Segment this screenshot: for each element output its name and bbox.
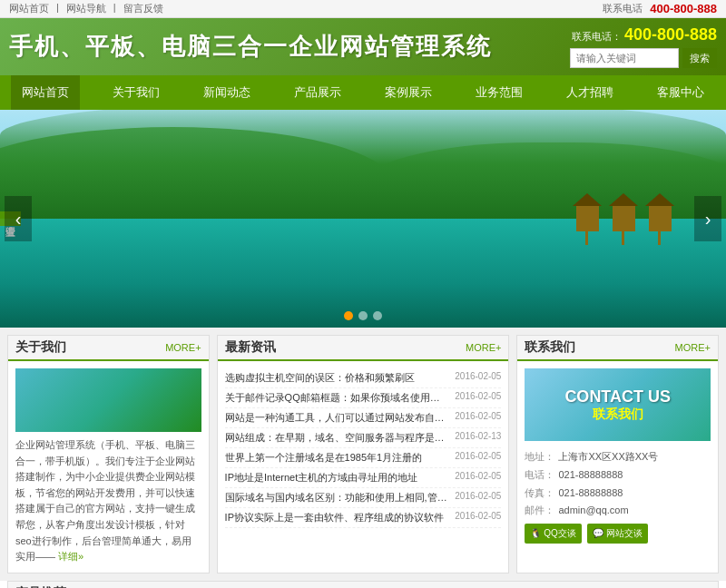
- about-text: 企业网站管理系统（手机、平板、电脑三合一，带手机版）。我们专注于企业网站搭建制作…: [15, 437, 201, 565]
- nav-item-cases[interactable]: 案例展示: [374, 75, 443, 110]
- news-more[interactable]: MORE+: [466, 342, 501, 353]
- banner-dot-3[interactable]: [373, 311, 382, 320]
- site-title: 手机、平板、电脑三合一企业网站管理系统: [9, 31, 492, 63]
- news-item-title-3[interactable]: 网站是一种沟通工具，人们可以通过网站发布自己想要: [225, 411, 450, 425]
- hero-banner: 企业管理 ‹ ›: [0, 110, 726, 328]
- contact-header: 联系我们 MORE+: [517, 336, 718, 361]
- search-row: 搜索: [570, 48, 717, 68]
- contact-address-row: 地址： 上海市XX区XX路XX号: [525, 448, 711, 466]
- contact-icons: 🐧 QQ交谈 💬 网站交谈: [525, 524, 711, 544]
- contact-address: 上海市XX区XX路XX号: [558, 448, 658, 466]
- banner-dots: [344, 311, 382, 320]
- hut-2: [613, 204, 635, 231]
- contact-fax: 021-88888888: [558, 485, 623, 503]
- main-nav: 网站首页 关于我们 新闻动态 产品展示 案例展示 业务范围 人才招聘 客服中心: [0, 75, 726, 110]
- news-header: 最新资讯 MORE+: [218, 336, 509, 361]
- banner-next-button[interactable]: ›: [694, 196, 721, 241]
- about-title: 关于我们: [15, 339, 66, 356]
- header-right: 联系电话： 400-800-888 搜索: [570, 25, 717, 68]
- about-image: [15, 368, 201, 432]
- news-content: 选购虚拟主机空间的误区：价格和频繁刷区2016-02-05关于邮件记录QQ邮箱框…: [218, 361, 509, 535]
- chat-icon: 💬: [593, 528, 603, 538]
- top-bar-feedback-link[interactable]: 留言反馈: [123, 2, 163, 15]
- news-item-6: IP地址是Internet主机的方域由寻址用的地址2016-02-05: [225, 468, 502, 488]
- contact-info: 地址： 上海市XX区XX路XX号 电话： 021-88888888 传真： 02…: [525, 448, 711, 544]
- news-item-1: 选购虚拟主机空间的误区：价格和频繁刷区2016-02-05: [225, 368, 502, 388]
- nav-item-products[interactable]: 产品展示: [283, 75, 352, 110]
- contact-more[interactable]: MORE+: [675, 342, 711, 353]
- contact-email-row: 邮件： admin@qq.com: [525, 502, 711, 520]
- nav-item-support[interactable]: 客服中心: [646, 75, 715, 110]
- content-area: 关于我们 MORE+ 企业网站管理系统（手机、平板、电脑三合一，带手机版）。我们…: [0, 328, 726, 581]
- hut-3: [649, 204, 672, 231]
- qq-icon: 🐧: [530, 528, 541, 538]
- contact-title: 联系我们: [525, 339, 575, 356]
- contact-content: CONTACT US 联系我们 地址： 上海市XX区XX路XX号 电话： 021…: [517, 361, 718, 551]
- banner-scene: [0, 110, 726, 328]
- news-item-date-3: 2016-02-05: [455, 411, 501, 425]
- news-item-7: 国际域名与国内域名区别：功能和使用上相同,管理机构2016-02-05: [225, 488, 502, 508]
- contact-banner: CONTACT US 联系我们: [525, 368, 711, 441]
- banner-dot-1[interactable]: [344, 311, 353, 320]
- contact-phone-row: 电话： 021-88888888: [525, 466, 711, 485]
- contact-phone: 021-88888888: [558, 466, 623, 485]
- contact-section: 联系我们 MORE+ CONTACT US 联系我们 地址： 上海市XX区XX路…: [516, 335, 719, 573]
- about-header: 关于我们 MORE+: [8, 336, 209, 361]
- products-header: 产品推荐 MORE+: [8, 582, 718, 588]
- nav-item-services[interactable]: 业务范围: [465, 75, 534, 110]
- banner-prev-button[interactable]: ‹: [5, 196, 32, 241]
- header-phone-number: 400-800-888: [624, 25, 717, 44]
- news-item-date-6: 2016-02-05: [455, 471, 501, 485]
- news-item-title-8[interactable]: IP协议实际上是一套由软件、程序组成的协议软件: [225, 511, 450, 524]
- nav-item-about[interactable]: 关于我们: [102, 75, 171, 110]
- phone-label: 联系电话: [603, 2, 643, 15]
- news-item-date-8: 2016-02-05: [455, 511, 501, 524]
- search-input[interactable]: [570, 48, 679, 68]
- top-bar-nav-link[interactable]: 网站导航: [66, 2, 106, 15]
- news-item-title-7[interactable]: 国际域名与国内域名区别：功能和使用上相同,管理机构: [225, 491, 450, 505]
- news-item-date-2: 2016-02-05: [455, 391, 501, 405]
- top-bar-home-link[interactable]: 网站首页: [9, 2, 49, 15]
- nav-item-news[interactable]: 新闻动态: [192, 75, 261, 110]
- about-section: 关于我们 MORE+ 企业网站管理系统（手机、平板、电脑三合一，带手机版）。我们…: [7, 335, 210, 573]
- news-item-title-6[interactable]: IP地址是Internet主机的方域由寻址用的地址: [225, 471, 450, 485]
- news-title: 最新资讯: [225, 339, 276, 356]
- nav-item-hr[interactable]: 人才招聘: [555, 75, 624, 110]
- top-bar-right: 联系电话 400-800-888: [603, 2, 717, 15]
- top-bar: 网站首页 | 网站导航 | 留言反馈 联系电话 400-800-888: [0, 0, 726, 18]
- products-section: 产品推荐 MORE+ ‹ ›: [7, 581, 719, 588]
- news-item-date-5: 2016-02-05: [455, 451, 501, 465]
- search-button[interactable]: 搜索: [682, 48, 717, 68]
- contact-email: admin@qq.com: [558, 502, 628, 520]
- about-more[interactable]: MORE+: [165, 342, 201, 353]
- hut-1: [576, 204, 599, 231]
- news-item-date-1: 2016-02-05: [455, 371, 501, 385]
- news-item-title-4[interactable]: 网站组成：在早期，域名、空间服务器与程序是网站的基: [225, 431, 450, 445]
- news-item-5: 世界上第一个注册域名是在1985年1月注册的2016-02-05: [225, 448, 502, 468]
- huts: [576, 204, 672, 231]
- news-item-2: 关于邮件记录QQ邮箱框题：如果你预域名使用了CN2016-02-05: [225, 388, 502, 408]
- about-read-more-link[interactable]: 详细»: [58, 551, 83, 562]
- contact-banner-cn: 联系我们: [564, 407, 671, 423]
- news-section: 最新资讯 MORE+ 选购虚拟主机空间的误区：价格和频繁刷区2016-02-05…: [217, 335, 510, 573]
- news-item-title-2[interactable]: 关于邮件记录QQ邮箱框题：如果你预域名使用了CN: [225, 391, 450, 405]
- contact-banner-text: CONTACT US: [564, 387, 671, 407]
- banner-dot-2[interactable]: [358, 311, 368, 320]
- top-bar-links: 网站首页 | 网站导航 | 留言反馈: [9, 2, 163, 15]
- contact-web-icon[interactable]: 💬 网站交谈: [587, 524, 648, 544]
- about-content: 企业网站管理系统（手机、平板、电脑三合一，带手机版）。我们专注于企业网站搭建制作…: [8, 361, 209, 573]
- news-item-4: 网站组成：在早期，域名、空间服务器与程序是网站的基2016-02-13: [225, 428, 502, 448]
- news-item-title-5[interactable]: 世界上第一个注册域名是在1985年1月注册的: [225, 451, 450, 465]
- contact-qq-icon[interactable]: 🐧 QQ交谈: [525, 524, 581, 544]
- phone-number: 400-800-888: [650, 2, 717, 15]
- news-item-date-4: 2016-02-13: [455, 431, 501, 445]
- news-item-title-1[interactable]: 选购虚拟主机空间的误区：价格和频繁刷区: [225, 371, 450, 385]
- news-item-date-7: 2016-02-05: [455, 491, 501, 505]
- nav-item-home[interactable]: 网站首页: [11, 75, 80, 110]
- header: 手机、平板、电脑三合一企业网站管理系统 联系电话： 400-800-888 搜索: [0, 18, 726, 75]
- header-phone-label: 联系电话： 400-800-888: [572, 25, 717, 44]
- contact-fax-row: 传真： 021-88888888: [525, 485, 711, 503]
- news-item-8: IP协议实际上是一套由软件、程序组成的协议软件2016-02-05: [225, 508, 502, 528]
- news-item-3: 网站是一种沟通工具，人们可以通过网站发布自己想要2016-02-05: [225, 408, 502, 428]
